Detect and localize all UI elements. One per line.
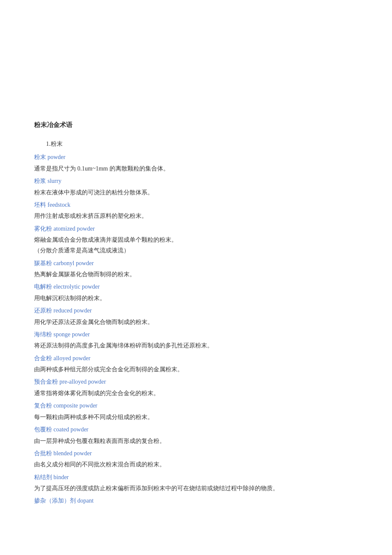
term-reduced-powder-title: 还原粉 reduced powder [34, 305, 358, 317]
term-alloyed-powder-title: 合金粉 alloyed powder [34, 353, 358, 364]
term-binder-definition: 为了提高压坯的强度或防止粉末偏析而添加到粉末中的可在烧结前或烧结过程中除掉的物质… [34, 483, 358, 494]
term-coated-powder: 包覆粉 coated powder 由一层异种成分包覆在颗粒表面而形成的复合粉。 [34, 424, 358, 446]
term-reduced-powder-definition: 用化学还原法还原金属化合物而制成的粉末。 [34, 317, 358, 327]
term-alloyed-powder: 合金粉 alloyed powder 由两种或多种组元部分或完全合金化而制得的金… [34, 353, 358, 375]
term-binder-title: 粘结剂 binder [34, 472, 358, 483]
term-powder-title: 粉末 powder [34, 152, 358, 163]
term-blended-powder-definition: 由名义成分相同的不同批次粉末混合而成的粉末。 [34, 459, 358, 470]
term-slurry-title: 粉浆 slurry [34, 176, 358, 187]
term-atomized-powder-title: 雾化粉 atomized powder [34, 223, 358, 235]
term-dopant: 掺杂（添加）剂 dopant [34, 495, 358, 507]
term-electrolytic-powder-title: 电解粉 electrolytic powder [34, 281, 358, 293]
term-slurry-definition: 粉末在液体中形成的可浇注的粘性分散体系。 [34, 187, 358, 198]
term-sponge-powder: 海绵粉 sponge powder 将还原法制得的高度多孔金属海绵体粉碎而制成的… [34, 329, 358, 351]
term-electrolytic-powder: 电解粉 electrolytic powder 用电解沉积法制得的粉末。 [34, 281, 358, 304]
term-composite-powder-title: 复合粉 composite powder [34, 400, 358, 412]
section-1-header: 1.粉末 [34, 139, 358, 149]
term-slurry: 粉浆 slurry 粉末在液体中形成的可浇注的粘性分散体系。 [34, 176, 358, 198]
term-composite-powder-definition: 每一颗粒由两种或多种不同成分组成的粉末。 [34, 412, 358, 422]
term-composite-powder: 复合粉 composite powder 每一颗粒由两种或多种不同成分组成的粉末… [34, 400, 358, 422]
term-feedstock: 坯料 feedstock 用作注射成形或粉末挤压原料的塑化粉末。 [34, 199, 358, 222]
term-reduced-powder: 还原粉 reduced powder 用化学还原法还原金属化合物而制成的粉末。 [34, 305, 358, 327]
term-sponge-powder-title: 海绵粉 sponge powder [34, 329, 358, 341]
term-carbonyl-powder: 羰基粉 carbonyl powder 热离解金属羰基化合物而制得的粉末。 [34, 258, 358, 280]
page-title: 粉末冶金术语 [34, 119, 358, 131]
term-atomized-powder-definition: 熔融金属或合金分散成液滴并凝固成单个颗粒的粉末。 [34, 234, 358, 245]
term-powder-definition: 通常是指尺寸为 0.1um~1mm 的离散颗粒的集合体。 [34, 163, 358, 174]
term-pre-alloyed-powder-title: 预合金粉 pre-alloyed powder [34, 376, 358, 388]
term-carbonyl-powder-definition: 热离解金属羰基化合物而制得的粉末。 [34, 269, 358, 280]
term-atomized-powder: 雾化粉 atomized powder 熔融金属或合金分散成液滴并凝固成单个颗粒… [34, 223, 358, 256]
term-electrolytic-powder-definition: 用电解沉积法制得的粉末。 [34, 293, 358, 304]
term-carbonyl-powder-title: 羰基粉 carbonyl powder [34, 258, 358, 269]
term-atomized-powder-note: （分散介质通常是高速气流或液流） [34, 245, 358, 256]
term-sponge-powder-definition: 将还原法制得的高度多孔金属海绵体粉碎而制成的多孔性还原粉末。 [34, 340, 358, 351]
term-binder: 粘结剂 binder 为了提高压坯的强度或防止粉末偏析而添加到粉末中的可在烧结前… [34, 472, 358, 494]
term-alloyed-powder-definition: 由两种或多种组元部分或完全合金化而制得的金属粉末。 [34, 364, 358, 375]
term-coated-powder-definition: 由一层异种成分包覆在颗粒表面而形成的复合粉。 [34, 436, 358, 446]
section-1: 1.粉末 粉末 powder 通常是指尺寸为 0.1um~1mm 的离散颗粒的集… [34, 139, 358, 507]
term-dopant-title: 掺杂（添加）剂 dopant [34, 495, 358, 507]
term-feedstock-title: 坯料 feedstock [34, 199, 358, 211]
term-pre-alloyed-powder-definition: 通常指将熔体雾化而制成的完全合金化的粉末。 [34, 388, 358, 399]
term-coated-powder-title: 包覆粉 coated powder [34, 424, 358, 436]
term-pre-alloyed-powder: 预合金粉 pre-alloyed powder 通常指将熔体雾化而制成的完全合金… [34, 376, 358, 399]
term-blended-powder: 合批粉 blended powder 由名义成分相同的不同批次粉末混合而成的粉末… [34, 448, 358, 470]
term-powder: 粉末 powder 通常是指尺寸为 0.1um~1mm 的离散颗粒的集合体。 [34, 152, 358, 174]
term-blended-powder-title: 合批粉 blended powder [34, 448, 358, 460]
term-feedstock-definition: 用作注射成形或粉末挤压原料的塑化粉末。 [34, 211, 358, 221]
